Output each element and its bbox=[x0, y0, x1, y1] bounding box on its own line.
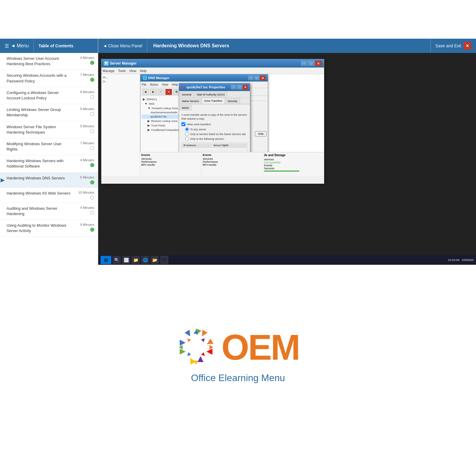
tree-label-conditional: Conditional Forwarders bbox=[151, 129, 179, 131]
tree-reverse[interactable]: ▶ Reverse Lookup Zone bbox=[142, 119, 181, 123]
allow-zone-transfers-checkbox[interactable] bbox=[181, 122, 185, 126]
dialog-titlebar: ❓ qucik24x7.loc Properties ─ □ ✕ bbox=[179, 83, 250, 91]
sidebar-item-6[interactable]: Modifying Windows Server User Rights 7 M… bbox=[0, 138, 98, 155]
tree-resolve[interactable]: resolvenameresolvedn bbox=[142, 110, 181, 115]
svg-marker-16 bbox=[186, 337, 191, 342]
server-manager-title: Server Manager bbox=[110, 61, 137, 65]
tree-label-trust: Trust Points bbox=[151, 124, 165, 127]
dialog-minimize[interactable]: ─ bbox=[231, 85, 236, 90]
svg-marker-10 bbox=[209, 345, 213, 350]
to-ns-tab-radio[interactable] bbox=[185, 132, 189, 136]
tab-security[interactable]: Security bbox=[225, 98, 240, 104]
sidebar-item-3-minutes: 8 Minutes bbox=[80, 90, 94, 94]
tree-conditional[interactable]: ▶ Conditional Forwarders bbox=[142, 128, 181, 132]
taskbar-date: 10/9/2020 bbox=[462, 259, 474, 262]
sidebar-item-8[interactable]: ▶ Hardening Windows DNS Servers 5 Minute… bbox=[0, 173, 98, 188]
sidebar-item-10[interactable]: Auditing and Windows Server Hardening 4 … bbox=[0, 203, 98, 220]
sidebar-header: ☰ ◄ Menu Table of Contents bbox=[0, 39, 98, 53]
sidebar-item-5-minutes: 5 Minutes bbox=[80, 124, 94, 128]
tab-zone-transfers[interactable]: Zone Transfers bbox=[202, 98, 225, 104]
tab-general[interactable]: General bbox=[179, 92, 194, 97]
dns-minimize-btn[interactable]: ─ bbox=[248, 76, 253, 80]
save-exit-button[interactable]: Save and Exit ✕ bbox=[430, 39, 476, 53]
svg-marker-15 bbox=[186, 352, 191, 357]
menu-label: ◄ Menu bbox=[11, 43, 29, 48]
tree-qucik[interactable]: qucik24x7.loc bbox=[142, 115, 181, 119]
oem-text: OEM bbox=[221, 329, 299, 365]
taskbar-time: 10:19 AM bbox=[448, 259, 459, 262]
server-manager-menubar: Manage Tools View Help bbox=[101, 68, 324, 74]
menu-manage[interactable]: Manage bbox=[103, 69, 115, 73]
taskbar-folder-icon[interactable]: 📂 bbox=[151, 256, 159, 264]
tab-name-servers[interactable]: Name Servers bbox=[179, 98, 202, 104]
to-following-radio[interactable] bbox=[185, 137, 189, 141]
sidebar-item-7-dot bbox=[90, 163, 94, 167]
dialog-description: A zone transfer sends a copy of the zone… bbox=[181, 113, 248, 120]
dns-menu-file[interactable]: File bbox=[142, 83, 146, 86]
dns-menu-view[interactable]: View bbox=[162, 83, 168, 86]
tree-dns[interactable]: ▼ DNS bbox=[142, 101, 181, 106]
active-arrow-icon: ▶ bbox=[1, 177, 5, 183]
to-ns-tab-label: Only to servers listed on the Name Serve… bbox=[190, 133, 246, 136]
tb-back[interactable]: ◄ bbox=[142, 89, 149, 95]
taskbar-ie-icon[interactable]: 🌐 bbox=[141, 256, 149, 264]
tab-wins[interactable]: WINS bbox=[179, 105, 192, 111]
hide-button[interactable]: Hide bbox=[255, 131, 267, 137]
sidebar-item-4[interactable]: Limiting Windows Server Group Membership… bbox=[0, 104, 98, 121]
dns-menu-help[interactable]: Help bbox=[172, 83, 178, 86]
col-events-1: Events Services Performance BPA results bbox=[140, 152, 201, 176]
sidebar-item-2-text: Securing Windows Accounts with a Passwor… bbox=[4, 73, 71, 84]
taskbar-search-icon[interactable]: 🔍 bbox=[112, 256, 121, 264]
tab-soa[interactable]: Start of Authority (SOA) bbox=[194, 92, 227, 97]
sidebar-item-2-minutes: 7 Minutes bbox=[80, 73, 94, 76]
table-header-fqdn: Server FQDN bbox=[212, 143, 247, 148]
minimize-button[interactable]: ─ bbox=[301, 61, 307, 66]
sidebar-item-1[interactable]: Windows Server User Account Hardening Be… bbox=[0, 53, 98, 70]
sidebar-item-5-meta: 5 Minutes bbox=[71, 124, 94, 133]
col-events-1-header: Events bbox=[141, 154, 200, 157]
save-exit-x-icon[interactable]: ✕ bbox=[464, 42, 471, 50]
sidebar-item-11[interactable]: Using Auditing to Monitor Windows Server… bbox=[0, 220, 98, 237]
tree-forward[interactable]: ▼ Forward Lookup Zone bbox=[142, 106, 181, 110]
tree-zdpdc1[interactable]: ▶ ZDPDC1 bbox=[142, 97, 181, 101]
sidebar-item-7-meta: 4 Minutes bbox=[71, 158, 94, 167]
sidebar-item-5[interactable]: Windows Server File System Hardening Tec… bbox=[0, 121, 98, 138]
taskbar-store-icon[interactable]: 🛡 bbox=[160, 256, 168, 264]
sidebar-item-3[interactable]: Configuring a Windows Server Account Loc… bbox=[0, 87, 98, 104]
tb-up[interactable]: ↑ bbox=[158, 89, 164, 95]
sidebar-item-2-dot bbox=[90, 78, 94, 82]
sidebar-item-7[interactable]: Hardening Windows Servers with Additiona… bbox=[0, 155, 98, 172]
maximize-button[interactable]: □ bbox=[308, 61, 314, 66]
tb-delete[interactable]: ✕ bbox=[165, 89, 172, 95]
allow-zone-transfers-label: Allow zone transfers: bbox=[187, 123, 212, 126]
tb-forward[interactable]: ► bbox=[150, 89, 156, 95]
taskbar-file-explorer-icon[interactable]: 📁 bbox=[131, 256, 140, 264]
dns-maximize-btn[interactable]: □ bbox=[254, 76, 259, 80]
sidebar-item-2[interactable]: Securing Windows Accounts with a Passwor… bbox=[0, 70, 98, 87]
toc-label: Table of Contents bbox=[38, 43, 73, 48]
menu-help[interactable]: Help bbox=[140, 69, 147, 73]
to-any-server-radio[interactable] bbox=[185, 127, 189, 131]
start-button[interactable]: ⊞ bbox=[101, 256, 111, 264]
taskbar-task-view-icon[interactable]: ⬜ bbox=[122, 256, 130, 264]
col-events-2-bpa: BPA results bbox=[203, 163, 261, 166]
toc-button[interactable]: Table of Contents bbox=[34, 39, 78, 53]
dns-close-btn[interactable]: ✕ bbox=[260, 76, 265, 80]
sidebar-item-9[interactable]: Hardening Windows IIS Web Servers 10 Min… bbox=[0, 188, 98, 203]
content-area: ◄ Close Menu Panel Hardening Windows DNS… bbox=[98, 39, 476, 265]
menu-tools[interactable]: Tools bbox=[118, 69, 126, 73]
close-menu-panel-button[interactable]: ◄ Close Menu Panel bbox=[98, 39, 147, 53]
tree-icon-conditional: ▶ bbox=[148, 128, 150, 131]
dialog-controls: ─ □ ✕ bbox=[231, 85, 248, 90]
sidebar-item-11-meta: 9 Minutes bbox=[71, 223, 94, 232]
close-button[interactable]: ✕ bbox=[315, 61, 322, 66]
tree-trust[interactable]: ▶ Trust Points bbox=[142, 123, 181, 128]
menu-view[interactable]: View bbox=[129, 69, 136, 73]
bottom-section: OEM Office Elearning Menu bbox=[0, 265, 476, 446]
dialog-close[interactable]: ✕ bbox=[243, 85, 248, 90]
sidebar-item-7-text: Hardening Windows Servers with Additiona… bbox=[4, 158, 71, 169]
dialog-maximize[interactable]: □ bbox=[237, 85, 242, 90]
dns-manager-title: DNS Manager bbox=[148, 76, 170, 80]
menu-button[interactable]: ☰ ◄ Menu bbox=[0, 39, 34, 53]
dns-menu-action[interactable]: Action bbox=[150, 83, 158, 86]
